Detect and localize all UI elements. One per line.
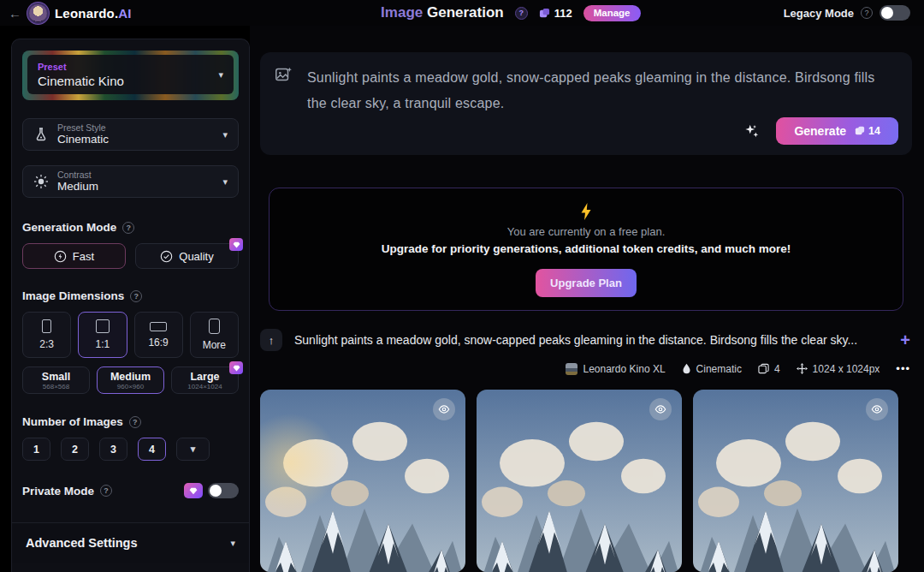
size-label: Large: [190, 371, 219, 383]
landscape-shape-icon: [150, 322, 167, 331]
private-mode-row: Private Mode ?: [22, 483, 239, 498]
mode-fast-button[interactable]: Fast: [22, 243, 126, 269]
preset-style-select[interactable]: Preset Style Cinematic ▾: [22, 118, 239, 151]
token-count: 112: [554, 7, 572, 20]
count-dropdown-button[interactable]: ▾: [176, 438, 210, 461]
size-dims: 1024×1024: [187, 383, 222, 390]
legacy-help-icon[interactable]: ?: [861, 7, 873, 19]
banner-plan-text: You are currently on a free plan.: [507, 225, 666, 238]
legacy-mode-toggle[interactable]: [880, 5, 910, 21]
generate-button[interactable]: Generate 14: [776, 117, 898, 145]
prompt-row: Sunlight paints a meadow gold, snow-capp…: [274, 65, 898, 116]
count-4-button[interactable]: 4: [138, 438, 166, 461]
advanced-settings-header[interactable]: Advanced Settings ▾: [12, 522, 249, 563]
legacy-mode-label: Legacy Mode: [784, 7, 854, 20]
toggle-knob: [881, 7, 893, 19]
ratio-more-button[interactable]: More: [190, 312, 239, 358]
aspect-ratio-options: 2:3 1:1 16:9 More: [22, 312, 239, 358]
preset-value: Cinematic Kino: [38, 74, 218, 88]
avatar[interactable]: [29, 4, 47, 22]
prompt-card: Sunlight paints a meadow gold, snow-capp…: [260, 52, 912, 155]
token-icon: [855, 126, 865, 136]
title-help-icon[interactable]: ?: [515, 7, 528, 20]
number-of-images-label: Number of Images: [22, 415, 123, 428]
generation-mode-heading: Generation Mode ?: [22, 221, 239, 234]
eye-icon[interactable]: [866, 398, 888, 420]
upgrade-plan-button[interactable]: Upgrade Plan: [536, 269, 637, 297]
number-of-images-help-icon[interactable]: ?: [129, 416, 141, 428]
premium-gem-icon: [229, 361, 243, 374]
premium-gem-icon: [229, 238, 243, 251]
style-meta[interactable]: Cinematic: [682, 363, 742, 375]
collapse-up-button[interactable]: ↑: [260, 329, 282, 351]
prompt-input[interactable]: Sunlight paints a meadow gold, snow-capp…: [307, 65, 897, 116]
private-mode-controls: [184, 483, 239, 498]
contrast-select[interactable]: Contrast Medium ▾: [22, 165, 239, 198]
ratio-2-3-button[interactable]: 2:3: [22, 312, 71, 358]
number-of-images-heading: Number of Images ?: [22, 415, 239, 428]
ratio-label: 2:3: [39, 338, 54, 350]
style-name: Cinematic: [696, 363, 742, 375]
dimensions-meta[interactable]: 1024 x 1024px: [797, 363, 880, 375]
generation-meta-row: Leonardo Kino XL Cinematic 4 1024 x 1024…: [260, 362, 912, 375]
settings-sidebar: Preset Cinematic Kino ▾ Preset Style Cin…: [11, 39, 250, 572]
chevron-down-icon: ▾: [222, 129, 228, 140]
mode-quality-label: Quality: [179, 250, 213, 263]
size-dims: 960×960: [117, 383, 144, 390]
image-dimensions-label: Image Dimensions: [22, 289, 124, 302]
generated-image-card[interactable]: [260, 390, 465, 572]
ratio-label: More: [203, 339, 226, 351]
size-small-button[interactable]: Small 568×568: [22, 366, 90, 394]
private-mode-toggle[interactable]: [208, 483, 239, 498]
back-icon[interactable]: ←: [9, 6, 21, 21]
generated-image-card[interactable]: [693, 390, 898, 572]
size-label: Medium: [110, 371, 151, 383]
preset-selector[interactable]: Preset Cinematic Kino ▾: [22, 51, 239, 100]
size-medium-button[interactable]: Medium 960×960: [97, 366, 164, 394]
number-of-images-options: 1 2 3 4 ▾: [22, 438, 239, 461]
count-meta[interactable]: 4: [758, 363, 780, 375]
count-3-button[interactable]: 3: [99, 438, 127, 461]
mode-quality-button[interactable]: Quality: [135, 243, 239, 269]
count-2-button[interactable]: 2: [61, 438, 89, 461]
ratio-1-1-button[interactable]: 1:1: [78, 312, 127, 358]
generate-cost-value: 14: [868, 125, 880, 137]
manage-button[interactable]: Manage: [583, 5, 641, 21]
private-mode-help-icon[interactable]: ?: [100, 485, 112, 497]
history-prompt-text[interactable]: Sunlight paints a meadow gold, snow-capp…: [294, 333, 888, 347]
main-panel: Sunlight paints a meadow gold, snow-capp…: [250, 26, 924, 572]
preset-label: Preset: [38, 62, 218, 72]
eye-icon[interactable]: [433, 398, 455, 420]
image-prompt-icon: [274, 65, 293, 84]
premium-gem-icon: [184, 483, 203, 498]
generated-image-card[interactable]: [477, 390, 682, 572]
upgrade-banner: You are currently on a free plan. Upgrad…: [269, 188, 903, 311]
add-prompt-icon[interactable]: +: [900, 331, 912, 350]
model-meta[interactable]: Leonardo Kino XL: [566, 363, 665, 375]
size-options: Small 568×568 Medium 960×960 Large 1024×…: [22, 366, 239, 394]
more-options-icon[interactable]: •••: [896, 362, 910, 375]
lightning-bolt-icon: [579, 202, 593, 221]
generate-cost: 14: [855, 125, 880, 137]
sparkles-icon[interactable]: [743, 122, 761, 140]
topbar: ← Leonardo.AI Image Generation ? 112 Man…: [0, 0, 924, 26]
generated-images-row: [260, 390, 912, 572]
token-balance: 112: [539, 7, 572, 20]
count-1-button[interactable]: 1: [22, 438, 50, 461]
chevron-down-icon: ▾: [222, 176, 228, 188]
eye-icon[interactable]: [649, 398, 672, 420]
contrast-value: Medium: [57, 180, 214, 194]
size-large-button[interactable]: Large 1024×1024: [171, 366, 239, 394]
private-mode-heading: Private Mode ?: [22, 485, 112, 498]
ratio-label: 16:9: [148, 337, 168, 349]
image-dimensions-help-icon[interactable]: ?: [130, 290, 142, 302]
flask-icon: [33, 127, 49, 142]
generation-mode-help-icon[interactable]: ?: [122, 222, 134, 234]
ratio-label: 1:1: [96, 338, 110, 350]
preset-texts: Preset Cinematic Kino: [38, 62, 218, 88]
brand-logo[interactable]: Leonardo.AI: [55, 6, 132, 21]
ratio-16-9-button[interactable]: 16:9: [134, 312, 183, 358]
resize-arrows-icon: [797, 363, 808, 374]
page-title-part2: Generation: [427, 4, 504, 21]
sun-icon: [33, 174, 49, 189]
